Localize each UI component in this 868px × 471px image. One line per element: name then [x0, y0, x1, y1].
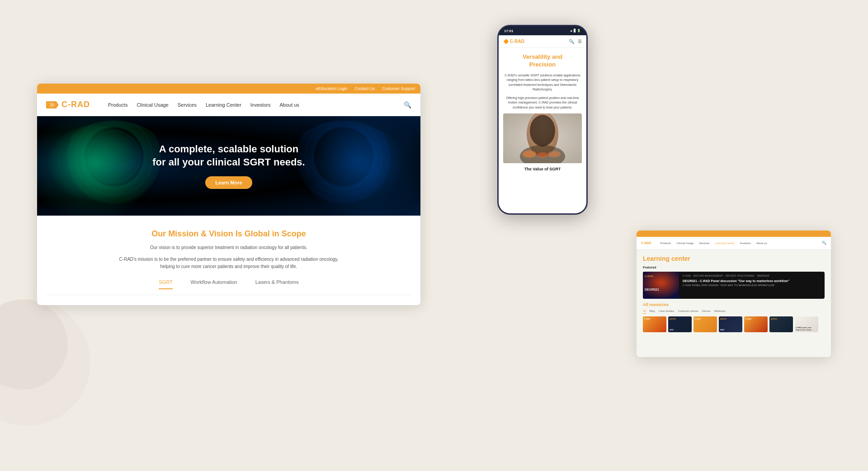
lc-thumb-7[interactable]: C-RAD opens new Experience Centre [795, 316, 818, 332]
lc-resources-title: All resources [643, 302, 825, 307]
top-bar: eEducation Login Contact Us Customer Sup… [37, 84, 420, 94]
phone-status-icons: ▲ ▊ 🔋 [570, 29, 581, 33]
nav-investors[interactable]: Investors [250, 102, 271, 108]
mission-title: Our Mission & Vision Is Global in Scope [46, 229, 411, 239]
svg-point-4 [307, 125, 407, 207]
tab-workflow-automation[interactable]: Workflow Automation [191, 279, 237, 289]
crad-logo-icon [46, 100, 59, 109]
phone-main-title: Versatility andPrecision [503, 53, 582, 69]
hero-title: A complete, scalable solutionfor all you… [152, 143, 305, 169]
phone-body-text-2: Offering high precision patient position… [503, 96, 582, 110]
phone-menu-icon[interactable]: ☰ [578, 39, 582, 44]
main-browser-window: eEducation Login Contact Us Customer Sup… [37, 84, 420, 305]
lc-card-svg: C-RAD DEGR021 [643, 272, 679, 299]
lc-card-content: C-RAD · MOTION MANAGEMENT · PATIENT POSI… [679, 272, 825, 299]
svg-point-11 [548, 151, 561, 157]
svg-point-3 [46, 125, 146, 207]
phone-header: 🔶 C-RAD 🔍 ☰ [499, 35, 586, 48]
lc-thumb-4[interactable]: ASTRO 2022 [719, 316, 742, 332]
lc-thumb-1[interactable]: C-RAD [643, 316, 666, 332]
lc-top-bar [637, 231, 831, 237]
phone-screen: 🔶 C-RAD 🔍 ☰ Versatility andPrecision C-R… [499, 35, 586, 213]
phone-logo-text: 🔶 C-RAD [503, 39, 524, 44]
nav-about-us[interactable]: About us [279, 102, 299, 108]
lc-thumb-3-logo: C-RAD [695, 318, 701, 320]
phone-image-svg [503, 113, 582, 163]
lc-nav-clinical[interactable]: Clinical Usage [676, 242, 693, 245]
svg-point-8 [530, 115, 555, 146]
svg-text:DEGR021: DEGR021 [645, 288, 659, 291]
learning-center-browser: C-RAD Products Clinical Usage Services L… [637, 231, 831, 357]
lc-thumb-3[interactable]: C-RAD [693, 316, 717, 332]
lc-nav-services[interactable]: Services [699, 242, 710, 245]
lc-thumbnails: C-RAD ASTRO 2021 C-RAD ASTRO 2022 C-RAD … [643, 316, 825, 332]
nav-services[interactable]: Services [178, 102, 197, 108]
education-login-link[interactable]: eEducation Login [316, 86, 348, 91]
lc-tab-demos[interactable]: Demos [702, 310, 711, 314]
lc-thumb-5-logo: C-RAD [745, 318, 751, 320]
learn-more-button[interactable]: Learn More [205, 176, 252, 189]
lc-thumb-6-logo: ASTRO [771, 318, 777, 320]
search-icon[interactable]: 🔍 [404, 101, 411, 108]
lc-content: Learning center Featured C-RAD DEGR021 [637, 250, 831, 357]
hero-section: A complete, scalable solutionfor all you… [37, 116, 420, 216]
lc-card-tags: C-RAD · MOTION MANAGEMENT · PATIENT POSI… [683, 274, 821, 277]
phone-caption: The Value of SGRT [503, 167, 582, 171]
lc-thumb-1-logo: C-RAD [644, 318, 650, 320]
lc-nav: C-RAD Products Clinical Usage Services L… [637, 237, 831, 250]
phone-body-text-1: C-RAD's versatile SGRT solutions enable … [503, 73, 582, 92]
lc-thumb-2[interactable]: ASTRO 2021 [668, 316, 692, 332]
lc-tab-case-studies[interactable]: Case studies [659, 310, 675, 314]
hero-content: A complete, scalable solutionfor all you… [152, 143, 305, 188]
lc-title: Learning center [643, 255, 825, 262]
lc-search-icon[interactable]: 🔍 [822, 241, 826, 245]
tab-sgrt[interactable]: SGRT [159, 279, 172, 289]
lc-logo: C-RAD [641, 241, 651, 245]
lc-card-title: DEGR021 - C-RAD Panel discussion "Our wa… [683, 279, 821, 283]
lc-card-subtitle: C-RAD PANEL DISCUSSION: "OUR WAY TO MARK… [683, 284, 821, 287]
phone-notch: 17:01 ▲ ▊ 🔋 [499, 26, 586, 35]
lc-resource-tabs: All Blog Case studies Customer stories D… [643, 310, 825, 314]
svg-point-10 [537, 152, 548, 158]
nav-products[interactable]: Products [108, 102, 127, 108]
nav-learning-center[interactable]: Learning Center [206, 102, 241, 108]
lc-thumb-5[interactable]: C-RAD [744, 316, 768, 332]
lc-thumb-4-title: 2022 [720, 329, 741, 331]
lc-featured-card[interactable]: C-RAD DEGR021 C-RAD · MOTION MANAGEMENT … [643, 272, 825, 299]
lc-nav-products[interactable]: Products [660, 242, 671, 245]
decorative-circle-2 [0, 299, 90, 426]
lc-thumb-2-logo: ASTRO [670, 318, 676, 320]
lc-nav-about[interactable]: About us [756, 242, 767, 245]
tab-lasers-phantoms[interactable]: Lasers & Phantoms [255, 279, 299, 289]
svg-point-9 [523, 151, 536, 158]
lc-nav-investors[interactable]: Investors [740, 242, 751, 245]
customer-support-link[interactable]: Customer Support [382, 86, 415, 91]
mission-text-1: Our vision is to provide superior treatm… [46, 244, 411, 251]
phone-image [503, 113, 582, 163]
lc-tab-customer-stories[interactable]: Customer stories [678, 310, 698, 314]
nav-bar: C-RAD Products Clinical Usage Services L… [37, 94, 420, 116]
phone-logo: 🔶 C-RAD [503, 39, 524, 44]
mission-text-2: C-RAD's mission is to be the preferred p… [46, 256, 411, 270]
nav-clinical-usage[interactable]: Clinical Usage [137, 102, 168, 108]
mission-section: Our Mission & Vision Is Global in Scope … [37, 216, 420, 304]
lc-thumb-6[interactable]: ASTRO [769, 316, 793, 332]
lc-card-image: C-RAD DEGR021 [643, 272, 679, 299]
lc-featured-label: Featured [643, 266, 825, 269]
phone-mockup: 17:01 ▲ ▊ 🔋 🔶 C-RAD 🔍 ☰ Versatility andP… [497, 25, 588, 215]
logo-text: C-RAD [61, 100, 90, 109]
lc-tab-webinars[interactable]: Webinars [714, 310, 726, 314]
nav-links: Products Clinical Usage Services Learnin… [108, 102, 404, 108]
lc-nav-learning[interactable]: Learning Center [715, 242, 735, 245]
contact-us-link[interactable]: Contact Us [354, 86, 375, 91]
phone-search-icon[interactable]: 🔍 [569, 39, 574, 44]
lc-thumb-2-title: 2021 [670, 329, 690, 331]
lc-thumb-4-logo: ASTRO [720, 318, 726, 320]
logo: C-RAD [46, 100, 90, 109]
lc-thumb-7-title: C-RAD opens new Experience Centre [796, 327, 817, 331]
phone-content: Versatility andPrecision C-RAD's versati… [499, 48, 586, 177]
lc-tab-all[interactable]: All [643, 310, 646, 314]
phone-time: 17:01 [504, 29, 513, 33]
phone-nav-icons: 🔍 ☰ [569, 39, 582, 44]
lc-tab-blog[interactable]: Blog [650, 310, 655, 314]
